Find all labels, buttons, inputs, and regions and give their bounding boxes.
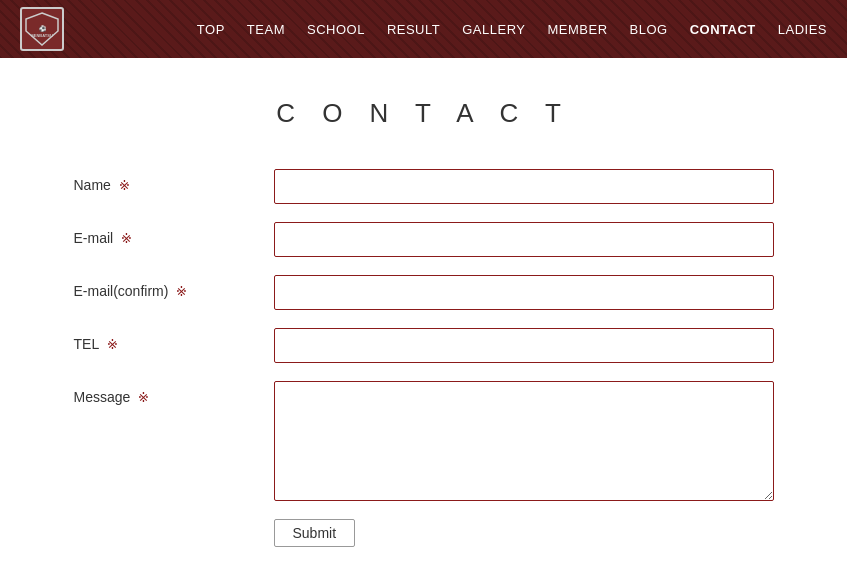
email-label: E-mail ※ xyxy=(74,222,274,246)
nav-top[interactable]: TOP xyxy=(197,22,225,37)
name-input[interactable] xyxy=(274,169,774,204)
email-confirm-required: ※ xyxy=(176,284,187,299)
svg-text:SENBATSU: SENBATSU xyxy=(31,33,53,38)
email-confirm-label: E-mail(confirm) ※ xyxy=(74,275,274,299)
nav-result[interactable]: RESULT xyxy=(387,22,440,37)
contact-form-container: Name ※ E-mail ※ E-mail(confirm) ※ TEL xyxy=(74,169,774,547)
message-field-row: Message ※ xyxy=(74,381,774,501)
navigation: TOP TEAM SCHOOL RESULT GALLERY MEMBER BL… xyxy=(197,22,827,37)
email-field-row: E-mail ※ xyxy=(74,222,774,257)
name-field-row: Name ※ xyxy=(74,169,774,204)
logo-shield: ⚽ SENBATSU xyxy=(20,7,64,51)
email-confirm-field-row: E-mail(confirm) ※ xyxy=(74,275,774,310)
nav-contact[interactable]: CONTACT xyxy=(690,22,756,37)
email-required: ※ xyxy=(121,231,132,246)
tel-label: TEL ※ xyxy=(74,328,274,352)
nav-blog[interactable]: BLOG xyxy=(630,22,668,37)
tel-field-row: TEL ※ xyxy=(74,328,774,363)
name-required: ※ xyxy=(119,178,130,193)
tel-input[interactable] xyxy=(274,328,774,363)
nav-school[interactable]: SCHOOL xyxy=(307,22,365,37)
submit-button[interactable]: Submit xyxy=(274,519,356,547)
name-label: Name ※ xyxy=(74,169,274,193)
email-confirm-input[interactable] xyxy=(274,275,774,310)
header: ⚽ SENBATSU TOP TEAM SCHOOL RESULT GALLER… xyxy=(0,0,847,58)
main-content: C O N T A C T Name ※ E-mail ※ E-mail(con… xyxy=(0,58,847,580)
nav-team[interactable]: TEAM xyxy=(247,22,285,37)
email-input[interactable] xyxy=(274,222,774,257)
tel-required: ※ xyxy=(107,337,118,352)
svg-text:⚽: ⚽ xyxy=(39,25,47,33)
nav-ladies[interactable]: LADIES xyxy=(778,22,827,37)
message-required: ※ xyxy=(138,390,149,405)
logo[interactable]: ⚽ SENBATSU xyxy=(20,7,64,51)
submit-row: Submit xyxy=(274,519,774,547)
message-textarea[interactable] xyxy=(274,381,774,501)
message-label: Message ※ xyxy=(74,381,274,405)
nav-gallery[interactable]: GALLERY xyxy=(462,22,525,37)
nav-member[interactable]: MEMBER xyxy=(547,22,607,37)
page-title: C O N T A C T xyxy=(20,98,827,129)
